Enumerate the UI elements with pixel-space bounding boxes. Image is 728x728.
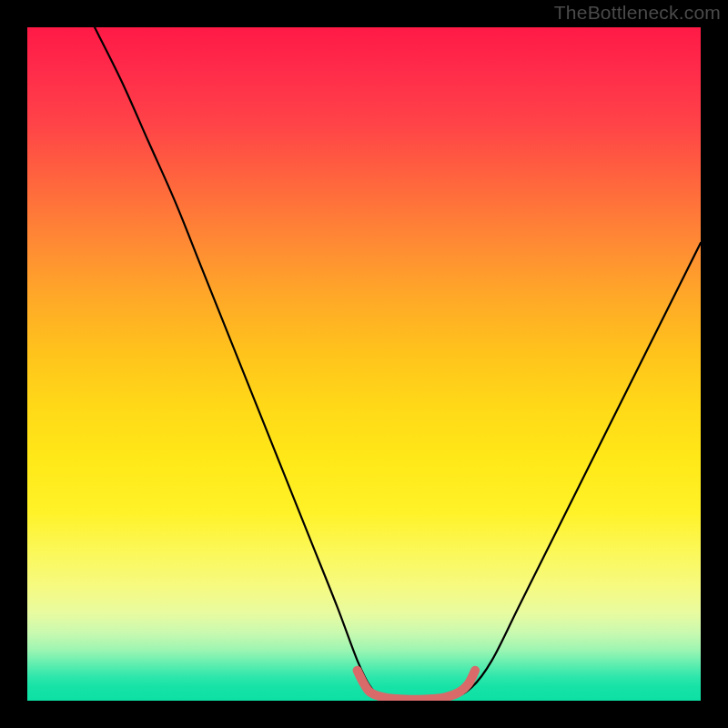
plot-area bbox=[27, 27, 701, 701]
chart-frame: TheBottleneck.com bbox=[0, 0, 728, 728]
watermark-text: TheBottleneck.com bbox=[554, 2, 721, 24]
gradient-background bbox=[27, 27, 701, 701]
